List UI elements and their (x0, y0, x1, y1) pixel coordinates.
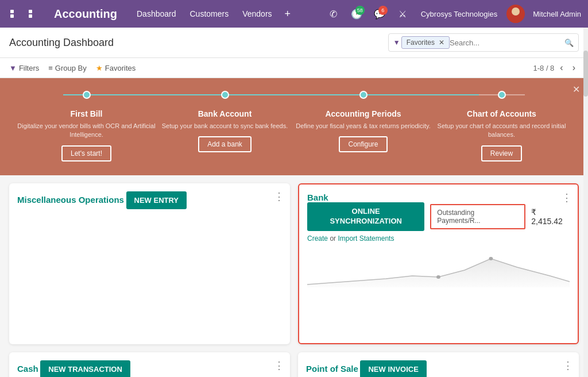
settings-icon[interactable]: ⚔ (393, 5, 412, 23)
breadcrumb-bar: Accounting Dashboard ▼ Favorites ✕ 🔍 (0, 28, 588, 58)
svg-point-0 (512, 7, 520, 16)
search-tag[interactable]: Favorites ✕ (401, 36, 450, 49)
onboarding-steps: First Bill Digitalize your vendor bills … (17, 109, 571, 161)
import-statements-link[interactable]: Import Statements (338, 234, 394, 243)
nav-customers[interactable]: Customers (184, 6, 235, 22)
app-title: Accounting (54, 7, 117, 21)
activity-icon[interactable]: 🕐 58 (347, 5, 366, 23)
cash-card-menu-btn[interactable]: ⋮ (274, 359, 284, 372)
groupby-btn[interactable]: ≡ Group By (48, 64, 87, 72)
scroll-thumb[interactable] (583, 51, 588, 97)
user-avatar[interactable] (506, 5, 525, 23)
misc-card-title: Miscellaneous Operations (17, 195, 124, 205)
main-content: Miscellaneous Operations ⋮ NEW ENTRY Ban… (0, 175, 588, 352)
misc-operations-card: Miscellaneous Operations ⋮ NEW ENTRY (9, 183, 290, 344)
prev-page-btn[interactable]: ‹ (556, 61, 566, 74)
scrollbar[interactable] (583, 28, 588, 377)
pos-card-menu-btn[interactable]: ⋮ (563, 359, 573, 372)
bank-account-btn[interactable]: Add a bank (198, 136, 252, 152)
bank-card-title: Bank (307, 193, 328, 202)
import-link-row: Create or Import Statements (307, 234, 570, 243)
chat-icon[interactable]: 💬 6 (370, 5, 389, 23)
bank-card: Bank ⋮ ONLINE SYNCHRONIZATION Outstandin… (298, 183, 579, 344)
first-bill-btn[interactable]: Let's start! (61, 145, 111, 161)
step-chart-of-accounts: Chart of Accounts Setup your chart of ac… (432, 109, 571, 161)
nav-vendors[interactable]: Vendors (237, 6, 277, 22)
nav-add-icon[interactable]: + (280, 5, 296, 24)
next-page-btn[interactable]: › (569, 61, 579, 74)
filter-options: ▼ Filters ≡ Group By ★ Favorites (9, 64, 136, 72)
pagination: 1-8 / 8 ‹ › (533, 61, 579, 74)
star-icon: ★ (96, 64, 103, 72)
new-invoice-btn[interactable]: NEW INVOICE (360, 360, 426, 377)
step-bank-account: Bank Account Setup your bank account to … (156, 109, 294, 161)
filter-funnel-icon: ▼ (9, 64, 17, 72)
close-banner-btn[interactable]: ✕ (572, 84, 580, 95)
svg-point-1 (509, 17, 522, 23)
search-area: ▼ Favorites ✕ 🔍 (388, 33, 579, 52)
step-first-bill: First Bill Digitalize your vendor bills … (17, 109, 156, 161)
svg-point-2 (436, 275, 440, 279)
step-accounting-periods: Accounting Periods Define your fiscal ye… (294, 109, 432, 161)
topnav-icons: ✆ 🕐 58 💬 6 ⚔ Cybrosys Technologies Mitch… (324, 5, 581, 23)
grid-menu-icon[interactable] (7, 6, 49, 21)
cash-card-title: Cash (17, 364, 38, 374)
phone-icon[interactable]: ✆ (324, 5, 343, 23)
nav-menu: Dashboard Customers Vendors + (131, 5, 295, 24)
bank-row: ONLINE SYNCHRONIZATION Outstanding Payme… (307, 202, 570, 231)
cash-card: Cash ⋮ NEW TRANSACTION (9, 352, 290, 377)
username[interactable]: Mitchell Admin (533, 10, 581, 18)
favorites-btn[interactable]: ★ Favorites (96, 64, 136, 72)
onboarding-banner: ✕ First Bill Digitalize your vendor bill… (0, 78, 588, 175)
activity-badge: 58 (355, 6, 365, 15)
bottom-cards: Cash ⋮ NEW TRANSACTION Point of Sale ⋮ N… (0, 352, 588, 377)
groupby-lines-icon: ≡ (48, 64, 53, 72)
svg-point-3 (489, 257, 493, 260)
pos-card: Point of Sale ⋮ NEW INVOICE (298, 352, 579, 377)
online-sync-btn[interactable]: ONLINE SYNCHRONIZATION (307, 202, 424, 231)
create-link[interactable]: Create (307, 234, 328, 243)
bank-mini-chart (307, 247, 570, 287)
funnel-icon: ▼ (393, 39, 400, 47)
search-input[interactable] (450, 39, 564, 47)
topnav: Accounting Dashboard Customers Vendors +… (0, 0, 588, 28)
search-box[interactable]: ▼ Favorites ✕ 🔍 (388, 33, 579, 52)
new-transaction-btn[interactable]: NEW TRANSACTION (40, 360, 130, 377)
new-entry-btn[interactable]: NEW ENTRY (126, 191, 187, 209)
filter-bar: ▼ Filters ≡ Group By ★ Favorites 1-8 / 8… (0, 58, 588, 78)
outstanding-amount: ₹ 2,415.42 (531, 207, 570, 226)
chart-accounts-btn[interactable]: Review (481, 145, 522, 161)
chat-badge: 6 (378, 6, 388, 15)
misc-card-menu-btn[interactable]: ⋮ (274, 190, 284, 203)
page-title: Accounting Dashboard (9, 37, 114, 49)
search-tag-close[interactable]: ✕ (439, 39, 444, 47)
nav-dashboard[interactable]: Dashboard (131, 6, 182, 22)
outstanding-badge[interactable]: Outstanding Payments/R... (430, 204, 525, 229)
company-name[interactable]: Cybrosys Technologies (421, 10, 497, 18)
search-submit-icon[interactable]: 🔍 (564, 39, 574, 47)
accounting-periods-btn[interactable]: Configure (339, 136, 387, 152)
bank-card-menu-btn[interactable]: ⋮ (562, 191, 572, 204)
pos-card-title: Point of Sale (306, 364, 358, 374)
filters-btn[interactable]: ▼ Filters (9, 64, 39, 72)
